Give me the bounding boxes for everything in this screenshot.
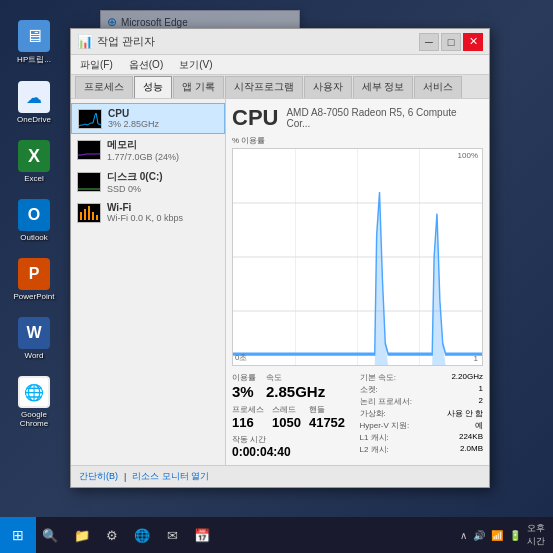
wifi-info: Wi-Fi Wi-Fi 0.0 K, 0 kbps [107, 202, 219, 223]
hptrip-icon: 🖥 [18, 20, 50, 52]
util-label: 이용률 [232, 372, 256, 383]
tab-processes[interactable]: 프로세스 [75, 76, 133, 98]
taskbar-mail[interactable]: ✉ [158, 517, 186, 553]
chrome-icon: 🌐 [18, 376, 50, 408]
taskbar-tray: ∧ 🔊 📶 🔋 오후시간 [460, 522, 553, 548]
edge-title: Microsoft Edge [121, 17, 188, 28]
l2-value: 2.0MB [460, 444, 483, 455]
threads-label: 스레드 [272, 404, 301, 415]
cpu-label: CPU [108, 108, 218, 119]
word-label: Word [25, 351, 44, 360]
tab-users[interactable]: 사용자 [304, 76, 352, 98]
cpu-model: AMD A8-7050 Radeon R5, 6 Compute Cor... [286, 107, 483, 129]
tray-arrow[interactable]: ∧ [460, 530, 467, 541]
threads-value: 1050 [272, 415, 301, 430]
taskbar: ⊞ 🔍 📁 ⚙ 🌐 ✉ 📅 ∧ 🔊 📶 🔋 오후시간 [0, 517, 553, 553]
util-value: 3% [232, 383, 256, 400]
tab-details[interactable]: 세부 정보 [353, 76, 414, 98]
virtualization-label: 가상화: [360, 408, 386, 419]
close-button[interactable]: ✕ [463, 33, 483, 51]
logical-proc-value: 2 [479, 396, 483, 407]
desktop-icon-word[interactable]: W Word [8, 317, 60, 360]
tab-services[interactable]: 서비스 [414, 76, 462, 98]
left-panel: CPU 3% 2.85GHz 메모리 1.77/7.0GB (24%) [71, 99, 226, 465]
uptime-label: 작동 시간 [232, 434, 356, 445]
tab-startup[interactable]: 시작프로그램 [225, 76, 303, 98]
wifi-detail: Wi-Fi 0.0 K, 0 kbps [107, 213, 219, 223]
taskbar-chrome[interactable]: 🌐 [128, 517, 156, 553]
left-item-wifi[interactable]: Wi-Fi Wi-Fi 0.0 K, 0 kbps [71, 198, 225, 227]
util-speed-row: 이용률 3% 속도 2.85GHz [232, 372, 356, 400]
desktop-icon-chrome[interactable]: 🌐 Google Chrome [8, 376, 60, 428]
chart-top-label: 100% [458, 151, 478, 160]
powerpoint-label: PowerPoint [14, 292, 55, 301]
svg-rect-2 [88, 206, 90, 220]
hyperv-row: Hyper-V 지원: 예 [360, 420, 484, 431]
processes-stat: 프로세스 116 [232, 404, 264, 430]
taskbar-file-explorer[interactable]: 📁 [68, 517, 96, 553]
main-content: CPU 3% 2.85GHz 메모리 1.77/7.0GB (24%) [71, 99, 489, 465]
base-speed-label: 기본 속도: [360, 372, 396, 383]
svg-rect-4 [96, 215, 98, 220]
cpu-info: CPU 3% 2.85GHz [108, 108, 218, 129]
left-item-memory[interactable]: 메모리 1.77/7.0GB (24%) [71, 134, 225, 166]
memory-info: 메모리 1.77/7.0GB (24%) [107, 138, 219, 162]
socket-row: 소켓: 1 [360, 384, 484, 395]
desktop-icon-outlook[interactable]: O Outlook [8, 199, 60, 242]
virtualization-value: 사용 안 함 [447, 408, 483, 419]
chrome-label: Google Chrome [8, 410, 60, 428]
window-controls: ─ □ ✕ [419, 33, 483, 51]
cpu-chart-svg [233, 149, 482, 365]
svg-marker-11 [375, 192, 388, 365]
taskbar-settings[interactable]: ⚙ [98, 517, 126, 553]
clock: 오후시간 [527, 522, 545, 548]
word-icon: W [18, 317, 50, 349]
simplified-view-button[interactable]: 간단히(B) [79, 470, 118, 483]
task-manager-icon: 📊 [77, 34, 93, 49]
tab-app-history[interactable]: 앱 기록 [173, 76, 224, 98]
maximize-button[interactable]: □ [441, 33, 461, 51]
cpu-header: CPU AMD A8-7050 Radeon R5, 6 Compute Cor… [232, 105, 483, 131]
utilization-stat: 이용률 3% [232, 372, 256, 400]
right-stats: 기본 속도: 2.20GHz 소켓: 1 논리 프로세서: 2 가상화: [360, 372, 484, 459]
memory-mini-graph [77, 140, 101, 160]
virtualization-row: 가상화: 사용 안 함 [360, 408, 484, 419]
desktop-icon-hptrip[interactable]: 🖥 HP트립... [8, 20, 60, 65]
window-title: 작업 관리자 [97, 34, 419, 49]
tab-performance[interactable]: 성능 [134, 76, 172, 98]
onedrive-label: OneDrive [17, 115, 51, 124]
menu-view[interactable]: 보기(V) [176, 57, 215, 73]
desktop-icons: 🖥 HP트립... ☁ OneDrive X Excel O Outlook [8, 20, 60, 428]
menu-bar: 파일(F) 옵션(O) 보기(V) [71, 55, 489, 75]
bottom-bar: 간단히(B) | 리소스 모니터 열기 [71, 465, 489, 487]
wifi-mini-graph [77, 203, 101, 223]
menu-options[interactable]: 옵션(O) [126, 57, 166, 73]
cpu-detail: 3% 2.85GHz [108, 119, 218, 129]
taskbar-calendar[interactable]: 📅 [188, 517, 216, 553]
disk-mini-graph [77, 172, 101, 192]
excel-label: Excel [24, 174, 44, 183]
desktop-icon-powerpoint[interactable]: P PowerPoint [8, 258, 60, 301]
resource-monitor-button[interactable]: 리소스 모니터 열기 [132, 470, 209, 483]
chart-time-label: 1 [474, 354, 478, 363]
logical-proc-label: 논리 프로세서: [360, 396, 412, 407]
tray-battery[interactable]: 🔋 [509, 530, 521, 541]
cpu-chart: 100% 0초 [232, 148, 483, 366]
logical-proc-row: 논리 프로세서: 2 [360, 396, 484, 407]
disk-info: 디스크 0(C:) SSD 0% [107, 170, 219, 194]
process-thread-handle-row: 프로세스 116 스레드 1050 핸들 41752 [232, 404, 356, 430]
menu-file[interactable]: 파일(F) [77, 57, 116, 73]
processes-label: 프로세스 [232, 404, 264, 415]
desktop-icon-onedrive[interactable]: ☁ OneDrive [8, 81, 60, 124]
left-item-disk[interactable]: 디스크 0(C:) SSD 0% [71, 166, 225, 198]
search-button[interactable]: 🔍 [36, 517, 64, 553]
l1-row: L1 캐시: 224KB [360, 432, 484, 443]
start-button[interactable]: ⊞ [0, 517, 36, 553]
minimize-button[interactable]: ─ [419, 33, 439, 51]
left-item-cpu[interactable]: CPU 3% 2.85GHz [71, 103, 225, 134]
tray-volume[interactable]: 🔊 [473, 530, 485, 541]
tray-network[interactable]: 📶 [491, 530, 503, 541]
handles-stat: 핸들 41752 [309, 404, 345, 430]
disk-detail: SSD 0% [107, 184, 219, 194]
desktop-icon-excel[interactable]: X Excel [8, 140, 60, 183]
